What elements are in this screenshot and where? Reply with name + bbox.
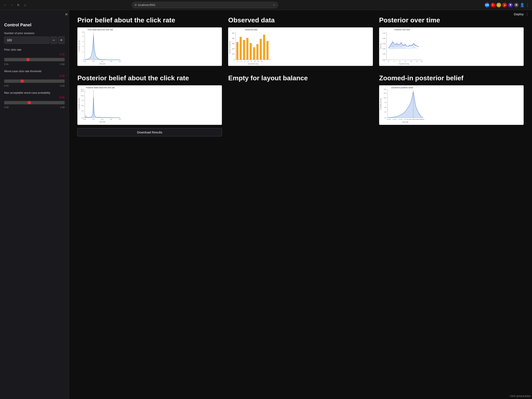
svg-text:2: 2 bbox=[241, 61, 241, 62]
ext-purple-icon: ❖ bbox=[508, 3, 513, 7]
sidebar: Control Panel Number of prior sessions −… bbox=[0, 10, 69, 399]
max-probability-slider[interactable] bbox=[4, 101, 65, 104]
prior-belief-chart: Prior belief about the click rate 0 2 4 … bbox=[77, 27, 222, 66]
svg-text:0: 0 bbox=[234, 59, 234, 61]
svg-text:400: 400 bbox=[232, 38, 235, 39]
svg-text:2: 2 bbox=[394, 61, 395, 62]
back-button[interactable]: ← bbox=[2, 2, 7, 7]
menu-icon: ⋮ bbox=[526, 3, 530, 7]
svg-text:12: 12 bbox=[416, 61, 418, 62]
svg-text:10: 10 bbox=[410, 61, 412, 62]
svg-text:Number of sessions: Number of sessions bbox=[229, 41, 230, 54]
svg-text:10: 10 bbox=[254, 61, 256, 62]
zoomed-posterior-title: Zoomed-in posterior belief bbox=[379, 74, 524, 82]
svg-text:Click rate: Click rate bbox=[99, 121, 105, 123]
worst-case-value: 0.16 bbox=[4, 75, 65, 77]
svg-rect-41 bbox=[246, 38, 248, 60]
svg-text:Probability density: Probability density bbox=[380, 98, 382, 110]
sidebar-close-button[interactable]: ✕ bbox=[65, 12, 68, 17]
url-text: localhost:8501 bbox=[138, 3, 156, 6]
svg-text:0: 0 bbox=[388, 61, 389, 62]
deploy-button[interactable]: Deploy bbox=[514, 12, 524, 16]
svg-text:17.5: 17.5 bbox=[81, 89, 84, 90]
download-results-button[interactable]: Download Results bbox=[77, 128, 222, 136]
prior-click-rate-slider[interactable] bbox=[4, 58, 65, 61]
ext-chain-icon: ∞ bbox=[496, 3, 501, 7]
svg-rect-43 bbox=[253, 47, 255, 60]
svg-text:8: 8 bbox=[251, 61, 252, 62]
svg-text:0.08: 0.08 bbox=[382, 38, 385, 39]
reload-button[interactable]: ↻ bbox=[16, 2, 21, 7]
svg-text:2: 2 bbox=[83, 51, 84, 53]
svg-text:0.8: 0.8 bbox=[119, 119, 121, 120]
svg-text:4: 4 bbox=[83, 46, 84, 47]
prior-sessions-increment[interactable]: + bbox=[58, 36, 65, 44]
svg-rect-44 bbox=[256, 44, 259, 60]
svg-text:7.5: 7.5 bbox=[384, 102, 386, 103]
worst-case-range: 0.01 0.50 bbox=[4, 84, 65, 87]
svg-text:Observed data: Observed data bbox=[245, 29, 257, 31]
posterior-belief-chart: Posterior belief about the click rate 0.… bbox=[77, 85, 222, 125]
svg-text:0.0: 0.0 bbox=[84, 119, 86, 120]
svg-text:12: 12 bbox=[257, 61, 259, 62]
zoomed-posterior-section: Zoomed-in posterior belief Zoomed-in pos… bbox=[379, 74, 524, 136]
svg-text:300: 300 bbox=[232, 43, 235, 44]
svg-text:14: 14 bbox=[421, 61, 422, 62]
app-container: Control Panel Number of prior sessions −… bbox=[0, 10, 532, 399]
svg-text:0.0725: 0.0725 bbox=[393, 119, 397, 120]
svg-text:10: 10 bbox=[82, 31, 84, 33]
svg-rect-42 bbox=[250, 43, 252, 60]
svg-text:Posterior over time: Posterior over time bbox=[394, 29, 410, 31]
svg-text:0.6: 0.6 bbox=[110, 61, 112, 62]
svg-text:4: 4 bbox=[244, 61, 245, 62]
prior-click-rate-control: Prior click rate 0.21 0.01 0.50 bbox=[4, 48, 65, 65]
svg-text:0.0700: 0.0700 bbox=[387, 119, 391, 120]
home-button[interactable]: ⌂ bbox=[23, 2, 28, 7]
max-probability-label: Max acceptable worst-case probability bbox=[4, 91, 65, 94]
svg-text:0.0: 0.0 bbox=[82, 117, 84, 119]
svg-text:10.0: 10.0 bbox=[81, 95, 84, 96]
svg-text:Probability density: Probability density bbox=[78, 98, 80, 110]
svg-text:Click rate: Click rate bbox=[99, 63, 105, 65]
prior-click-rate-range: 0.01 0.50 bbox=[4, 63, 65, 65]
svg-rect-47 bbox=[266, 41, 268, 60]
observed-data-section: Observed data Observed data 0 100 200 30… bbox=[228, 16, 373, 66]
forward-button[interactable]: → bbox=[9, 2, 14, 7]
svg-text:8: 8 bbox=[83, 36, 84, 37]
zoomed-posterior-chart: Zoomed-in posterior belief 0.0 2.5 5.0 7… bbox=[379, 85, 524, 125]
svg-rect-67 bbox=[77, 85, 123, 124]
svg-text:Probability density: Probability density bbox=[78, 40, 80, 52]
sidebar-title: Control Panel bbox=[4, 23, 65, 27]
posterior-over-time-title: Posterior over time bbox=[379, 16, 524, 24]
max-probability-control: Max acceptable worst-case probability 0.… bbox=[4, 91, 65, 108]
prior-click-rate-value: 0.21 bbox=[4, 53, 65, 56]
svg-rect-40 bbox=[243, 40, 245, 60]
deploy-menu-icon[interactable]: ⋮ bbox=[525, 12, 529, 16]
svg-text:5.0: 5.0 bbox=[82, 105, 84, 107]
svg-text:Posterior belief about the cli: Posterior belief about the click rate bbox=[86, 87, 115, 89]
svg-text:0.0: 0.0 bbox=[84, 61, 86, 62]
browser-actions: ON Y ∞ ● ❖ ⧉ 👤 ⋮ bbox=[485, 3, 530, 7]
svg-text:0: 0 bbox=[83, 59, 84, 61]
svg-text:0.02: 0.02 bbox=[382, 53, 385, 55]
worst-case-slider[interactable] bbox=[4, 79, 65, 83]
svg-text:0.00: 0.00 bbox=[382, 59, 385, 61]
svg-text:2.5: 2.5 bbox=[384, 111, 386, 113]
browser-chrome: ← → ↻ ⌂ ⊙ localhost:8501 ☆ ON Y ∞ ● ❖ ⧉ … bbox=[0, 0, 532, 10]
profile-icon: 👤 bbox=[520, 3, 525, 7]
svg-text:0.4: 0.4 bbox=[101, 61, 103, 62]
prior-sessions-decrement[interactable]: − bbox=[51, 36, 57, 44]
worst-case-label: Worst-case click rate threshold bbox=[4, 70, 65, 73]
svg-text:Experiment day: Experiment day bbox=[399, 63, 409, 65]
address-bar[interactable]: ⊙ localhost:8501 ☆ bbox=[132, 2, 278, 8]
ext-red-icon: ● bbox=[502, 3, 507, 7]
observed-data-title: Observed data bbox=[228, 16, 373, 24]
svg-text:Click rate: Click rate bbox=[402, 121, 408, 123]
empty-balance-section: Empty for layout balance bbox=[228, 74, 373, 136]
prior-click-rate-label: Prior click rate bbox=[4, 48, 65, 51]
svg-text:6: 6 bbox=[83, 41, 84, 42]
prior-sessions-input[interactable] bbox=[4, 37, 50, 44]
prior-sessions-input-row: − + bbox=[4, 36, 65, 44]
svg-text:Zoomed-in posterior belief: Zoomed-in posterior belief bbox=[391, 87, 413, 89]
svg-text:4: 4 bbox=[399, 61, 400, 62]
